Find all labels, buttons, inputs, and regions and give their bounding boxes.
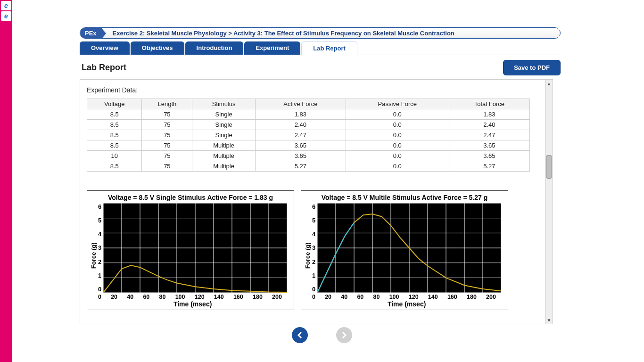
- experiment-data-heading: Experiment Data:: [87, 86, 546, 94]
- report-header: Lab Report Save to PDF: [80, 60, 561, 75]
- table-cell: 75: [142, 120, 192, 130]
- table-cell: 0.0: [346, 109, 449, 120]
- table-row: 8.575Multiple5.270.05.27: [87, 161, 530, 172]
- table-cell: 3.65: [449, 140, 529, 151]
- table-cell: 3.65: [255, 151, 346, 161]
- table-row: 8.575Single1.830.01.83: [87, 109, 530, 120]
- table-cell: 75: [142, 109, 192, 120]
- scroll-up-icon[interactable]: ▲: [545, 80, 553, 87]
- table-cell: 8.5: [87, 109, 142, 120]
- chart-1-plot: [103, 203, 287, 293]
- table-cell: 2.40: [449, 120, 529, 130]
- table-cell: Multiple: [192, 151, 255, 161]
- experiment-data-table: Voltage Length Stimulus Active Force Pas…: [87, 99, 530, 172]
- table-cell: 75: [142, 130, 192, 140]
- tab-introduction[interactable]: Introduction: [185, 41, 244, 55]
- scroll-thumb[interactable]: [546, 155, 552, 179]
- chevron-left-icon: [296, 331, 304, 339]
- charts-row: Voltage = 8.5 V Single Stimulus Active F…: [87, 190, 546, 310]
- save-to-pdf-button[interactable]: Save to PDF: [503, 60, 561, 75]
- tab-experiment[interactable]: Experiment: [244, 41, 300, 55]
- table-row: 8.575Single2.400.02.40: [87, 120, 530, 130]
- chart-2-xticks: 020406080100120140160180200: [312, 294, 496, 300]
- col-passive-force: Passive Force: [346, 99, 449, 109]
- chevron-right-icon: [340, 331, 348, 339]
- chart-2-title: Voltage = 8.5 V Multile Stimulus Active …: [303, 192, 506, 203]
- tab-labreport[interactable]: Lab Report: [301, 41, 357, 55]
- page-title: Lab Report: [80, 63, 126, 73]
- chart-1-yticks: 6543210: [98, 203, 103, 293]
- table-cell: Single: [192, 130, 255, 140]
- table-cell: 1.83: [255, 109, 346, 120]
- breadcrumb-text: Exercise 2: Skeletal Muscle Physiology >…: [101, 30, 454, 37]
- table-row: 8.575Multiple3.650.03.65: [87, 140, 530, 151]
- col-voltage: Voltage: [87, 99, 142, 109]
- table-cell: 10: [87, 151, 142, 161]
- table-cell: 75: [142, 161, 192, 172]
- tab-objectives[interactable]: Objectives: [131, 41, 184, 55]
- scrollbar[interactable]: ▲ ▼: [545, 80, 553, 324]
- col-active-force: Active Force: [255, 99, 346, 109]
- table-cell: 5.27: [449, 161, 529, 172]
- chart-1-title: Voltage = 8.5 V Single Stimulus Active F…: [89, 192, 292, 203]
- pex-badge: PEx: [80, 28, 101, 38]
- col-total-force: Total Force: [449, 99, 529, 109]
- app-frame: PEx Exercise 2: Skeletal Muscle Physiolo…: [80, 27, 561, 324]
- table-cell: 0.0: [346, 130, 449, 140]
- table-cell: 5.27: [255, 161, 346, 172]
- col-stimulus: Stimulus: [192, 99, 255, 109]
- table-row: 8.575Single2.470.02.47: [87, 130, 530, 140]
- table-cell: 3.65: [255, 140, 346, 151]
- table-cell: 2.40: [255, 120, 346, 130]
- col-length: Length: [142, 99, 192, 109]
- table-cell: 0.0: [346, 151, 449, 161]
- table-cell: Single: [192, 109, 255, 120]
- chart-1-xlabel: Time (msec): [98, 300, 287, 308]
- table-cell: 8.5: [87, 120, 142, 130]
- table-cell: 8.5: [87, 161, 142, 172]
- ie-icon[interactable]: e: [1, 11, 11, 21]
- table-cell: 75: [142, 151, 192, 161]
- table-cell: 2.47: [255, 130, 346, 140]
- table-cell: 75: [142, 140, 192, 151]
- chart-1-xticks: 020406080100120140160180200: [98, 294, 282, 300]
- tab-bar: Overview Objectives Introduction Experim…: [80, 41, 561, 55]
- pex-badge-label: PEx: [85, 30, 97, 37]
- prev-page-button[interactable]: [292, 327, 308, 343]
- next-page-button: [336, 327, 352, 343]
- table-cell: 3.65: [449, 151, 529, 161]
- tab-overview[interactable]: Overview: [80, 41, 130, 55]
- chart-2-ylabel: Force (g): [303, 203, 312, 308]
- table-cell: 8.5: [87, 140, 142, 151]
- report-scroll-area: Experiment Data: Voltage Length Stimulus…: [80, 79, 553, 324]
- table-cell: 8.5: [87, 130, 142, 140]
- os-sidebar: e e: [0, 0, 12, 362]
- table-cell: Single: [192, 120, 255, 130]
- table-cell: Multiple: [192, 140, 255, 151]
- page-nav: [292, 327, 352, 343]
- breadcrumb: PEx Exercise 2: Skeletal Muscle Physiolo…: [80, 27, 561, 39]
- table-cell: 2.47: [449, 130, 529, 140]
- scroll-down-icon[interactable]: ▼: [545, 316, 553, 324]
- table-cell: 1.83: [449, 109, 529, 120]
- chart-single-stimulus: Voltage = 8.5 V Single Stimulus Active F…: [87, 190, 294, 310]
- ie-icon[interactable]: e: [1, 1, 11, 10]
- table-cell: 0.0: [346, 120, 449, 130]
- chart-2-yticks: 6543210: [312, 203, 317, 293]
- chart-1-ylabel: Force (g): [89, 203, 98, 308]
- chart-2-xlabel: Time (msec): [312, 300, 501, 308]
- table-cell: Multiple: [192, 161, 255, 172]
- table-cell: 0.0: [346, 140, 449, 151]
- chart-2-plot: [317, 203, 501, 293]
- table-row: 1075Multiple3.650.03.65: [87, 151, 530, 161]
- table-cell: 0.0: [346, 161, 449, 172]
- chart-multiple-stimulus: Voltage = 8.5 V Multile Stimulus Active …: [301, 190, 508, 310]
